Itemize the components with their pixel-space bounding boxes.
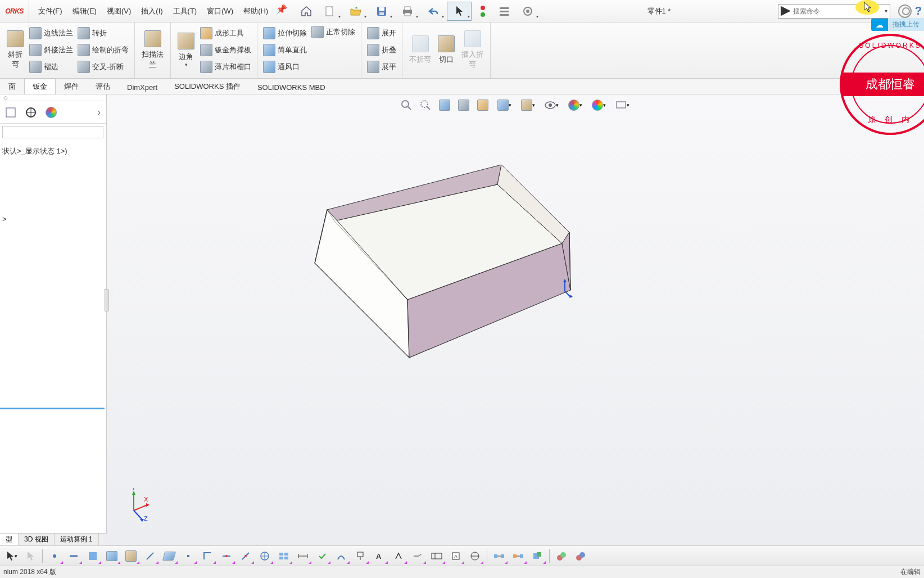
user-icon[interactable] (898, 4, 912, 18)
miter-flange-button[interactable]: 斜接法兰 (27, 43, 75, 57)
tab-weldments[interactable]: 焊件 (56, 79, 87, 94)
tab-mbd[interactable]: SOLIDWORKS MBD (249, 80, 334, 94)
settings-button[interactable]: ▾ (515, 2, 540, 21)
bt-filter-surface[interactable] (103, 548, 121, 565)
bt-filter-edge[interactable] (65, 548, 83, 565)
panel-tab-feature[interactable] (2, 104, 19, 121)
tab-slot-button[interactable]: 薄片和槽口 (198, 60, 253, 74)
bt-filter-sketch-pt[interactable] (179, 548, 197, 565)
tree-rollback-bar[interactable] (0, 408, 105, 409)
vent-button[interactable]: 通风口 (261, 60, 309, 74)
bt-filter-quadrant[interactable] (275, 548, 293, 565)
tab-dimxpert[interactable]: DimXpert (119, 80, 166, 94)
flatten-button[interactable]: 展平 (365, 60, 398, 74)
menu-window[interactable]: 窗口(W) (202, 4, 238, 19)
panel-collapse-handle[interactable] (105, 289, 109, 311)
rip-button[interactable]: 切口 (434, 25, 458, 75)
options-button[interactable] (494, 2, 514, 21)
dynamic-annotation-icon[interactable] (474, 97, 491, 114)
normal-cut-button[interactable]: 正常切除 (309, 25, 357, 39)
save-button[interactable]: ▾ (369, 2, 394, 21)
bt-select-other[interactable] (21, 548, 39, 565)
jog-button[interactable]: 斜折 弯 (3, 25, 27, 75)
bt-select[interactable]: ▾ (2, 548, 20, 565)
bt-filter-centerpt[interactable] (256, 548, 274, 565)
bt-filter-gtol[interactable] (428, 548, 446, 565)
hem-button[interactable]: 褶边 (27, 60, 75, 74)
bt-filter-centermark[interactable] (237, 548, 255, 565)
bt-toggle-filter[interactable] (552, 548, 570, 565)
feature-tree[interactable]: 状认>_显示状态 1>) > (0, 141, 106, 229)
viewport-3d[interactable]: ▾ ▾ ▾ ▾ ▾ ▾ Y (107, 94, 924, 556)
bt-filter-solid[interactable] (122, 548, 140, 565)
edge-flange-button[interactable]: 边线法兰 (27, 26, 75, 40)
sketched-bend-button[interactable]: 绘制的折弯 (75, 43, 131, 57)
gusset-button[interactable]: 钣金角撑板 (198, 43, 253, 57)
menu-insert[interactable]: 插入(I) (137, 4, 167, 19)
cross-break-button[interactable]: 交叉-折断 (75, 60, 131, 74)
menu-edit[interactable]: 编辑(E) (68, 4, 101, 19)
swept-flange-button[interactable]: 扫描法 兰 (138, 25, 167, 75)
simple-hole-button[interactable]: 简单直孔 (261, 43, 309, 57)
corner-button[interactable]: 边角▾ (174, 25, 198, 75)
unfold-button[interactable]: 展开 (365, 26, 398, 40)
btab-motion[interactable]: 运动算例 1 (55, 534, 99, 545)
bt-filter-annotation[interactable]: A (370, 548, 388, 565)
bt-filter-connection[interactable] (490, 548, 508, 565)
bt-clear-filter[interactable] (572, 548, 590, 565)
search-dropdown-icon[interactable]: ▾ (885, 8, 887, 14)
tab-sheetmetal[interactable]: 钣金 (24, 79, 56, 94)
zoom-area-icon[interactable] (417, 97, 434, 114)
bt-filter-axis[interactable] (141, 548, 159, 565)
new-button[interactable]: ▾ (318, 2, 342, 21)
bt-filter-datum[interactable] (351, 548, 369, 565)
open-button[interactable]: ▾ (343, 2, 368, 21)
home-button[interactable] (296, 2, 316, 21)
zoom-fit-icon[interactable] (398, 97, 415, 114)
model-box[interactable] (247, 156, 573, 370)
previous-view-icon[interactable] (436, 97, 453, 114)
bt-filter-weld[interactable] (332, 548, 350, 565)
menu-tools[interactable]: 工具(T) (169, 4, 202, 19)
apply-scene-icon[interactable]: ▾ (588, 97, 609, 114)
rebuild-button[interactable] (473, 2, 493, 21)
cloud-upload-tag[interactable]: ☁ 拖拽上传 (871, 18, 924, 31)
print-button[interactable]: ▾ (395, 2, 420, 21)
undo-button[interactable]: ▾ (421, 2, 446, 21)
panel-tab-more[interactable]: › (94, 107, 104, 118)
jog-bend-button[interactable]: 转折 (75, 26, 131, 40)
select-button[interactable]: ▾ (447, 2, 472, 21)
bt-filter-block[interactable] (509, 548, 527, 565)
panel-tab-property[interactable] (22, 104, 39, 121)
triad-icon[interactable]: Y X Z (124, 488, 152, 522)
bt-filter-face[interactable] (84, 548, 102, 565)
bt-filter-surffinish[interactable] (389, 548, 407, 565)
edit-appearance-icon[interactable]: ▾ (564, 97, 586, 114)
tree-arrow-row[interactable]: > (2, 214, 104, 224)
menu-file[interactable]: 文件(F) (34, 4, 67, 19)
btab-model[interactable]: 型 (0, 534, 19, 545)
bt-filter-plane[interactable] (160, 548, 178, 565)
bt-filter-vertex[interactable] (46, 548, 64, 565)
tree-state-row[interactable]: 状认>_显示状态 1>) (2, 145, 104, 157)
tree-filter-input[interactable] (2, 126, 103, 138)
tab-surface[interactable]: 面 (0, 79, 24, 94)
view-orientation-icon[interactable]: ▾ (493, 97, 515, 114)
bt-filter-dowel[interactable] (528, 548, 546, 565)
bt-filter-midpoint[interactable] (218, 548, 235, 565)
bt-filter-note[interactable]: A (447, 548, 465, 565)
panel-tab-appearance[interactable] (43, 104, 60, 121)
bt-filter-weldsymbol[interactable] (409, 548, 427, 565)
bt-filter-dtarget[interactable] (466, 548, 484, 565)
menu-help[interactable]: 帮助(H) (239, 4, 273, 19)
help-icon[interactable]: ? (915, 4, 922, 17)
fold-button[interactable]: 折叠 (365, 43, 398, 57)
hide-show-icon[interactable]: ▾ (541, 97, 562, 114)
bt-filter-checkmark[interactable] (313, 548, 331, 565)
section-view-icon[interactable] (455, 97, 472, 114)
extruded-cut-button[interactable]: 拉伸切除 (261, 26, 309, 40)
tab-addins[interactable]: SOLIDWORKS 插件 (166, 79, 249, 94)
display-style-icon[interactable]: ▾ (517, 97, 538, 114)
forming-tool-button[interactable]: 成形工具 (198, 26, 253, 40)
bt-filter-dim[interactable] (294, 548, 312, 565)
